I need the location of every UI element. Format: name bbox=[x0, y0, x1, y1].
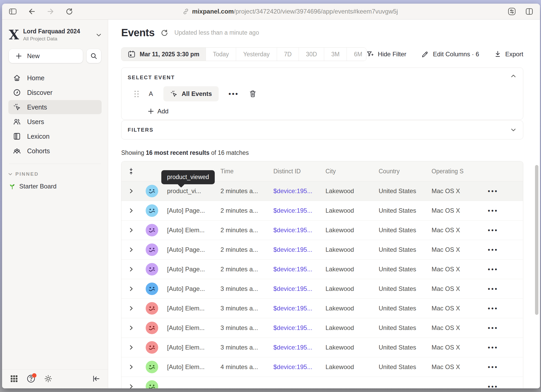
new-button[interactable]: New bbox=[9, 49, 83, 63]
row-actions-button[interactable]: ••• bbox=[481, 344, 523, 351]
range-3m[interactable]: 3M bbox=[324, 48, 347, 61]
table-row[interactable]: [Auto] Elem... 2 minutes a... $device:19… bbox=[121, 220, 523, 240]
event-options-button[interactable]: ••• bbox=[229, 90, 239, 98]
cell-distinct-id-link[interactable]: $device:195... bbox=[269, 363, 322, 371]
range-7d[interactable]: 7D bbox=[277, 48, 299, 61]
trash-icon[interactable] bbox=[249, 90, 256, 98]
row-actions-button[interactable]: ••• bbox=[481, 363, 523, 371]
table-row[interactable]: [Auto] Page... 3 minutes a... $device:19… bbox=[121, 279, 523, 299]
expand-row-chevron-icon[interactable] bbox=[121, 384, 141, 388]
reload-button[interactable] bbox=[66, 8, 73, 15]
table-row[interactable]: [Auto] Page... 2 minutes a... $device:19… bbox=[121, 201, 523, 220]
address-bar[interactable]: mixpanel.com/project/3472420/view/397469… bbox=[73, 8, 508, 15]
header-country[interactable]: Country bbox=[375, 168, 428, 175]
table-row[interactable]: ••• bbox=[121, 377, 523, 388]
table-row[interactable]: [Auto] Elem... 3 minutes a... $device:19… bbox=[121, 338, 523, 357]
row-actions-button[interactable]: ••• bbox=[481, 305, 523, 312]
event-avatar bbox=[146, 224, 158, 236]
back-button[interactable] bbox=[28, 8, 35, 15]
row-actions-button[interactable]: ••• bbox=[481, 324, 523, 332]
cell-distinct-id-link[interactable]: $device:195... bbox=[269, 285, 322, 292]
header-time[interactable]: Time bbox=[217, 168, 269, 175]
row-actions-button[interactable]: ••• bbox=[481, 285, 523, 292]
pinned-section-header[interactable]: PINNED bbox=[2, 164, 108, 179]
sidebar-collapse-icon[interactable] bbox=[92, 375, 100, 382]
sidebar-item-users[interactable]: Users bbox=[8, 115, 102, 129]
vertical-scrollbar[interactable] bbox=[535, 165, 538, 315]
event-avatar bbox=[146, 263, 158, 275]
range-6m[interactable]: 6M bbox=[347, 48, 366, 61]
cell-event-name: [Auto] Page... bbox=[163, 266, 217, 273]
export-button[interactable]: Export bbox=[494, 51, 523, 58]
row-actions-button[interactable]: ••• bbox=[481, 266, 523, 273]
table-row[interactable]: [Auto] Page... 2 minutes a... $device:19… bbox=[121, 260, 523, 279]
hide-filter-button[interactable]: Hide Filter bbox=[366, 51, 406, 58]
cell-distinct-id-link[interactable]: $device:195... bbox=[269, 266, 322, 273]
cell-distinct-id-link[interactable]: $device:195... bbox=[269, 207, 322, 214]
filters-panel[interactable]: FILTERS bbox=[121, 120, 523, 139]
expand-row-chevron-icon[interactable] bbox=[121, 247, 141, 252]
edit-columns-button[interactable]: Edit Columns · 6 bbox=[421, 51, 479, 58]
split-view-icon[interactable] bbox=[525, 8, 533, 15]
date-picker-button[interactable]: Mar 11, 2025 3:30 pm bbox=[121, 48, 206, 61]
event-selector-button[interactable]: All Events bbox=[163, 86, 219, 101]
page-settings-icon[interactable] bbox=[508, 8, 516, 15]
add-event-button[interactable]: Add bbox=[148, 108, 516, 115]
results-summary: Showing 16 most recent results of 16 mat… bbox=[121, 149, 523, 156]
expand-row-chevron-icon[interactable] bbox=[121, 208, 141, 213]
expand-row-chevron-icon[interactable] bbox=[121, 345, 141, 350]
project-switcher[interactable]: X Lord Farquaad 2024 All Project Data bbox=[2, 20, 108, 46]
sidebar-item-events[interactable]: Events bbox=[8, 100, 102, 114]
sidebar-item-discover[interactable]: Discover bbox=[8, 85, 102, 100]
sidebar-nav: Home Discover bbox=[2, 68, 108, 158]
results-count: 16 most recent results bbox=[146, 149, 210, 156]
range-today[interactable]: Today bbox=[206, 48, 236, 61]
chevron-down-icon[interactable] bbox=[511, 128, 516, 131]
row-actions-button[interactable]: ••• bbox=[481, 187, 523, 195]
expand-row-chevron-icon[interactable] bbox=[121, 364, 141, 370]
cell-distinct-id-link[interactable]: $device:195... bbox=[269, 226, 322, 234]
header-distinct-id[interactable]: Distinct ID bbox=[269, 168, 322, 175]
row-actions-button[interactable]: ••• bbox=[481, 383, 523, 388]
range-30d[interactable]: 30D bbox=[299, 48, 324, 61]
collapse-rows-icon[interactable] bbox=[121, 168, 141, 175]
expand-row-chevron-icon[interactable] bbox=[121, 286, 141, 291]
table-row[interactable]: [Auto] Elem... 3 minutes a... $device:19… bbox=[121, 318, 523, 338]
sidebar-item-cohorts[interactable]: Cohorts bbox=[8, 144, 102, 158]
refresh-icon[interactable] bbox=[161, 29, 168, 36]
row-actions-button[interactable]: ••• bbox=[481, 246, 523, 253]
expand-row-chevron-icon[interactable] bbox=[121, 188, 141, 194]
help-button[interactable] bbox=[27, 374, 35, 383]
expand-row-chevron-icon[interactable] bbox=[121, 267, 141, 272]
sidebar-toggle-icon[interactable] bbox=[9, 8, 17, 15]
selected-event-label: All Events bbox=[182, 90, 212, 97]
header-os[interactable]: Operating S bbox=[428, 168, 481, 175]
cell-os: Mac OS X bbox=[428, 305, 481, 312]
cell-distinct-id-link[interactable]: $device:195... bbox=[269, 305, 322, 312]
cell-distinct-id-link[interactable]: $device:195... bbox=[269, 187, 322, 195]
table-row[interactable]: [Auto] Page... 2 minutes a... $device:19… bbox=[121, 240, 523, 260]
sidebar-item-starter-board[interactable]: Starter Board bbox=[2, 179, 108, 194]
sidebar-item-label: Lexicon bbox=[27, 133, 50, 140]
cell-distinct-id-link[interactable]: $device:195... bbox=[269, 344, 322, 351]
range-yesterday[interactable]: Yesterday bbox=[236, 48, 277, 61]
expand-row-chevron-icon[interactable] bbox=[121, 228, 141, 233]
chevron-up-icon[interactable] bbox=[511, 75, 516, 77]
table-row[interactable]: [Auto] Elem... 3 minutes a... $device:19… bbox=[121, 299, 523, 318]
forward-button[interactable] bbox=[47, 8, 54, 15]
settings-gear-icon[interactable] bbox=[44, 374, 53, 383]
sidebar-item-lexicon[interactable]: Lexicon bbox=[8, 129, 102, 143]
expand-row-chevron-icon[interactable] bbox=[121, 306, 141, 311]
expand-row-chevron-icon[interactable] bbox=[121, 325, 141, 330]
sidebar-item-home[interactable]: Home bbox=[8, 71, 102, 85]
apps-grid-icon[interactable] bbox=[10, 375, 18, 383]
cell-distinct-id-link[interactable]: $device:195... bbox=[269, 246, 322, 253]
cell-distinct-id-link[interactable]: $device:195... bbox=[269, 324, 322, 332]
row-actions-button[interactable]: ••• bbox=[481, 226, 523, 234]
event-cursor-icon bbox=[13, 103, 21, 111]
drag-handle[interactable] bbox=[134, 91, 139, 97]
search-button[interactable] bbox=[87, 49, 101, 63]
row-actions-button[interactable]: ••• bbox=[481, 207, 523, 214]
table-row[interactable]: [Auto] Elem... 4 minutes a... $device:19… bbox=[121, 357, 523, 377]
header-city[interactable]: City bbox=[322, 168, 375, 175]
